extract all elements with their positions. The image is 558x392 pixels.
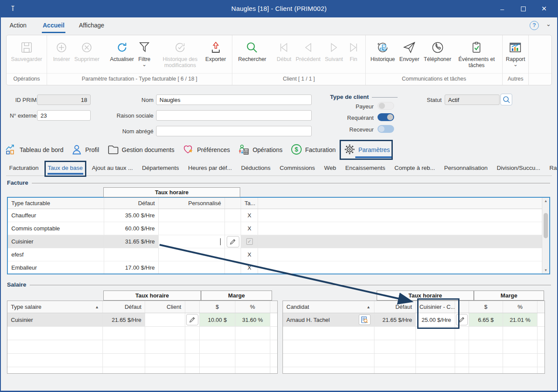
requerant-toggle[interactable] bbox=[378, 113, 394, 121]
send-button[interactable]: Envoyer bbox=[397, 38, 422, 63]
column-header-ta[interactable]: Ta... bbox=[241, 198, 258, 209]
payeur-toggle[interactable] bbox=[378, 102, 394, 110]
statut-field[interactable] bbox=[445, 95, 500, 105]
cell-personnalise-editing[interactable] bbox=[159, 235, 225, 248]
refresh-button[interactable]: Actualiser bbox=[108, 38, 136, 63]
subtab-encaissements[interactable]: Encaissements bbox=[345, 160, 385, 176]
table-row-selected[interactable]: Arnaud H. Tachel 21.65 $/Hre 25.00 $/Hre… bbox=[283, 313, 544, 327]
menu-tab-accueil[interactable]: Accueil bbox=[43, 17, 65, 34]
table-row[interactable]: efesf X bbox=[8, 248, 549, 261]
statut-search-button[interactable] bbox=[500, 94, 512, 105]
column-header-pct[interactable]: % bbox=[503, 301, 538, 313]
column-header-client[interactable]: Client bbox=[145, 301, 185, 313]
export-button[interactable]: Exporter bbox=[203, 38, 228, 63]
vertical-scrollbar[interactable]: ▲ ▼ bbox=[542, 198, 549, 274]
subtab-personnalisation[interactable]: Personnalisation bbox=[444, 160, 488, 176]
menu-tab-action[interactable]: Action bbox=[10, 17, 27, 34]
checkbox-checked[interactable]: ✓ bbox=[246, 238, 253, 245]
search-button[interactable]: Rechercher bbox=[236, 38, 269, 63]
column-header-defaut[interactable]: Défaut bbox=[104, 198, 159, 209]
subtab-web[interactable]: Web bbox=[324, 160, 337, 176]
id-prim-field[interactable] bbox=[37, 95, 91, 105]
column-header-pct[interactable]: % bbox=[235, 301, 270, 313]
scrollbar-thumb[interactable] bbox=[544, 213, 548, 238]
maximize-button[interactable] bbox=[513, 0, 534, 17]
cell-type: Commis comptable bbox=[8, 222, 104, 235]
column-header-candidat[interactable]: Candidat▲ bbox=[283, 301, 374, 313]
column-header-defaut[interactable]: Défaut bbox=[103, 301, 145, 313]
insert-button[interactable]: Insérer bbox=[51, 38, 72, 63]
tab-profil[interactable]: Profil bbox=[71, 139, 99, 160]
column-header-dollar[interactable]: $ bbox=[200, 301, 235, 313]
id-prim-label: ID PRIM bbox=[12, 97, 37, 103]
cell-personnalise[interactable] bbox=[159, 209, 225, 222]
close-button[interactable]: ✕ bbox=[534, 0, 555, 17]
events-tasks-button[interactable]: Événements et tâches bbox=[453, 38, 500, 69]
nom-abrege-field[interactable] bbox=[156, 126, 312, 136]
table-row-selected[interactable]: Cuisinier 31.65 $/Hre ✓ bbox=[8, 235, 549, 248]
table-row[interactable]: Commis comptable 60.00 $/Hre X bbox=[8, 222, 549, 235]
ribbon: Sauvegarder Opérations Insérer Supprimer bbox=[6, 35, 552, 85]
receveur-toggle[interactable] bbox=[378, 125, 394, 133]
menu-tab-affichage[interactable]: Affichage bbox=[79, 17, 104, 34]
edit-pencil-button[interactable] bbox=[186, 314, 199, 325]
nom-field[interactable] bbox=[156, 95, 312, 105]
previous-record-button[interactable]: Précédent bbox=[293, 38, 323, 63]
tab-facturation[interactable]: $ Facturation bbox=[291, 139, 336, 160]
delete-button[interactable]: Supprimer bbox=[72, 38, 102, 63]
cell-filler bbox=[258, 248, 549, 261]
candidate-file-button[interactable] bbox=[359, 314, 371, 325]
help-icon[interactable]: ? bbox=[530, 21, 539, 30]
subtab-compte-a-rebours[interactable]: Compte à reb... bbox=[395, 160, 435, 176]
subtab-heures-par-defaut[interactable]: Heures par déf... bbox=[188, 160, 232, 176]
cell-taux-client[interactable]: 25.00 $/Hre bbox=[416, 313, 455, 326]
subtab-facturation[interactable]: Facturation bbox=[9, 160, 39, 176]
raison-sociale-field[interactable] bbox=[156, 110, 312, 121]
column-header-personnalise[interactable]: Personnalisé bbox=[159, 198, 225, 209]
first-record-button[interactable]: Début bbox=[275, 38, 293, 63]
last-record-button[interactable]: Fin bbox=[345, 38, 362, 63]
save-button[interactable]: Sauvegarder bbox=[9, 38, 44, 63]
column-header-type-salaire[interactable]: Type salaire▲ bbox=[7, 301, 103, 313]
communication-history-button[interactable]: Historique bbox=[368, 38, 397, 63]
minimize-button[interactable]: – bbox=[492, 0, 513, 17]
cell-personnalise[interactable] bbox=[159, 222, 225, 235]
cell-personnalise[interactable] bbox=[159, 261, 225, 274]
subtab-commissions[interactable]: Commissions bbox=[280, 160, 315, 176]
cell-ta-checkbox[interactable]: ✓ bbox=[241, 235, 258, 248]
span-header-taux-horaire: Taux horaire bbox=[103, 291, 201, 301]
column-header-dollar[interactable]: $ bbox=[469, 301, 503, 313]
subtab-deductions[interactable]: Déductions bbox=[241, 160, 271, 176]
cell-personnalise[interactable] bbox=[159, 248, 225, 261]
modification-history-button[interactable]: Historique des modifications bbox=[157, 38, 203, 69]
tab-tableau-de-bord[interactable]: Tableau de bord bbox=[5, 139, 63, 160]
ribbon-collapse-icon[interactable]: ⌄ bbox=[546, 20, 551, 27]
cell-client[interactable] bbox=[145, 313, 185, 326]
column-header-defaut[interactable]: Défaut bbox=[374, 301, 416, 313]
next-record-button[interactable]: Suivant bbox=[323, 38, 345, 63]
subtab-departements[interactable]: Départements bbox=[142, 160, 179, 176]
edit-pencil-button[interactable] bbox=[456, 314, 468, 325]
filter-button[interactable]: Filtre ⌄ bbox=[136, 38, 153, 67]
no-externe-field[interactable] bbox=[37, 110, 91, 121]
cell-filler bbox=[258, 261, 549, 274]
subtab-taux-de-base[interactable]: Taux de base bbox=[48, 160, 83, 176]
edit-pencil-button[interactable] bbox=[227, 236, 239, 247]
subtab-ajout-au-taux[interactable]: Ajout au taux ... bbox=[92, 160, 133, 176]
table-row[interactable]: Chauffeur 35.00 $/Hre X bbox=[8, 209, 549, 222]
scroll-up-icon[interactable]: ▲ bbox=[542, 199, 549, 203]
chevron-down-icon: ⌄ bbox=[513, 63, 517, 66]
column-header-cuisinier-client[interactable]: Cuisinier - C... bbox=[416, 301, 455, 313]
phone-button[interactable]: Téléphoner bbox=[422, 38, 453, 63]
tab-preferences[interactable]: Préférences bbox=[183, 139, 230, 160]
column-header-type-facturable[interactable]: Type facturable bbox=[8, 198, 104, 209]
tab-parametres[interactable]: Paramètres bbox=[344, 139, 390, 160]
table-row[interactable]: Emballeur 17.00 $/Hre X bbox=[8, 261, 549, 274]
report-button[interactable]: Rapport ⌄ bbox=[504, 38, 527, 67]
selected-tab-underline bbox=[355, 156, 391, 158]
tab-operations[interactable]: Opérations bbox=[238, 139, 282, 160]
table-row-selected[interactable]: Cuisinier 21.65 $/Hre 10.00 $ 31.60 % bbox=[7, 313, 277, 327]
subtab-division-succursale[interactable]: Division/Succu... bbox=[497, 160, 541, 176]
tab-gestion-documents[interactable]: Gestion documents bbox=[107, 139, 174, 160]
scroll-down-icon[interactable]: ▼ bbox=[542, 268, 549, 272]
